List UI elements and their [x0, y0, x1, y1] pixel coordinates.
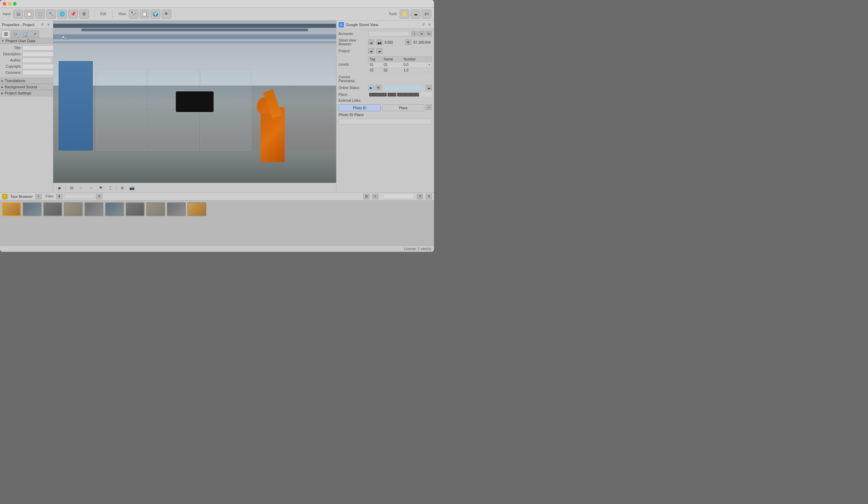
levels-row2-action[interactable]: [427, 68, 432, 73]
gsv-close-icon[interactable]: ✕: [427, 22, 432, 27]
tour-refresh-icon[interactable]: ↺: [417, 194, 423, 199]
toolbar-divider-2: [112, 10, 113, 18]
tour-list-toggle[interactable]: ≡: [372, 194, 379, 199]
maximize-button[interactable]: [13, 2, 17, 6]
toolbar-btn-eye[interactable]: 👁: [162, 10, 171, 19]
levels-row: Levels: Tag Name Number: [339, 56, 432, 73]
left-panel: Properties - Project ↺ ✕ 🖼 ⬡ 🔢 ↗ ▼ Proje…: [0, 21, 53, 192]
svb-number: 87,168,844: [413, 41, 432, 44]
viewer-play-btn[interactable]: ▶: [56, 184, 63, 191]
thumbnail-8[interactable]: [146, 202, 165, 216]
field-label-comment: Comment:: [1, 71, 21, 74]
toolbar-btn-star[interactable]: ⭐: [400, 10, 409, 19]
table-row[interactable]: 02 02 1.0: [369, 68, 432, 73]
section-background-sound[interactable]: ▶ Background Sound: [0, 84, 53, 90]
section-project-settings[interactable]: ▶ Project Settings: [0, 90, 53, 96]
photo-id-place-input[interactable]: [339, 119, 432, 124]
panorama-view[interactable]: ↖: [53, 21, 336, 183]
toolbar-btn-7[interactable]: ⚙: [79, 10, 89, 19]
tour-settings-icon[interactable]: ✕: [426, 194, 432, 199]
glass-cell-4: [96, 110, 147, 151]
tab-panorama[interactable]: 🖼: [1, 30, 10, 38]
thumbnail-7[interactable]: [126, 202, 145, 216]
toolbar-btn-1[interactable]: 🗂: [13, 10, 23, 19]
photo-id-button[interactable]: Photo ID: [339, 104, 381, 111]
toolbar-btn-tools[interactable]: 🏷: [422, 10, 431, 19]
section-toggle-background-sound: ▶: [1, 85, 3, 89]
toolbar-btn-3[interactable]: ⬚: [35, 10, 45, 19]
project-icon-1[interactable]: ☁: [368, 48, 374, 53]
viewer-globe-btn[interactable]: ⊕: [118, 184, 126, 191]
toolbar-btn-globe-view[interactable]: 🌍: [151, 10, 161, 19]
properties-tabs: 🖼 ⬡ 🔢 ↗: [0, 29, 53, 38]
filter-input[interactable]: [64, 194, 95, 199]
thumbnail-1[interactable]: [2, 202, 21, 216]
tour-view-toggle[interactable]: ⊞: [363, 194, 370, 199]
viewer-arrow-right-btn[interactable]: →: [87, 184, 95, 191]
viewer-flag-btn[interactable]: ⚑: [97, 184, 104, 191]
field-input-author[interactable]: [22, 58, 52, 63]
viewer-camera-btn[interactable]: 📷: [128, 184, 136, 191]
thumbnail-2[interactable]: [23, 202, 42, 216]
thumbnail-4[interactable]: [64, 202, 83, 216]
viewer-arrow-left-btn[interactable]: ←: [78, 184, 85, 191]
accounts-input[interactable]: [368, 31, 409, 37]
project-icon-2[interactable]: ☁: [376, 48, 382, 53]
section-project-user-data[interactable]: ▼ Project User Data: [0, 38, 53, 44]
online-status-cloud[interactable]: ☁: [426, 85, 432, 90]
filter-clear-btn[interactable]: ✕: [96, 194, 102, 199]
tour-add-btn[interactable]: +: [35, 194, 42, 199]
minimize-button[interactable]: [8, 2, 11, 6]
svb-eye-icon[interactable]: 👁: [405, 40, 411, 45]
panel-refresh-icon[interactable]: ↺: [40, 22, 45, 27]
place-row: Place: ████████ ████ ██████████: [339, 92, 432, 97]
toolbar-btn-6[interactable]: 📌: [68, 10, 78, 19]
accounts-icon-2[interactable]: ✕: [418, 31, 425, 37]
table-row[interactable]: 01 01 0.0 +: [369, 62, 432, 68]
panel-close-icon[interactable]: ✕: [46, 22, 51, 27]
thumbnail-3[interactable]: [43, 202, 62, 216]
levels-row1-action[interactable]: +: [427, 62, 432, 68]
thumbnail-10-image: [188, 203, 206, 215]
gsv-content: Accounts: + ✕ ↻ Street View Browser: ☁ 📷…: [337, 29, 434, 192]
thumbnail-5[interactable]: [84, 202, 103, 216]
filter-icon[interactable]: ▼: [56, 194, 62, 199]
toolbar-btn-cloud[interactable]: ☁: [411, 10, 420, 19]
tour-filter-row: Filter: ▼ ✕: [46, 194, 102, 199]
svb-camera-icon[interactable]: 📷: [376, 40, 382, 45]
levels-row2-number: 1.0: [402, 68, 427, 73]
toolbar-btn-clipboard[interactable]: 📋: [140, 10, 149, 19]
view-section: View: 🔭 📋 🌍 👁: [118, 10, 171, 19]
external-links-add[interactable]: +: [426, 104, 432, 110]
gsv-refresh-icon[interactable]: ↺: [421, 22, 426, 27]
form-row-description: Description: ✎: [1, 51, 52, 57]
svb-cloud-icon[interactable]: ☁: [368, 40, 374, 45]
tab-number[interactable]: 🔢: [21, 30, 30, 38]
toolbar-btn-2[interactable]: 📋: [24, 10, 34, 19]
thumbnail-10[interactable]: [187, 202, 206, 216]
tab-node[interactable]: ⬡: [11, 30, 20, 38]
toolbar-btn-binoculars[interactable]: 🔭: [129, 10, 138, 19]
thumbnail-6[interactable]: [105, 202, 124, 216]
glass-cell-6: [200, 110, 251, 151]
center-viewer: ↖ ▶ ⊞ ← → ⚑ ⌶ ⊕ 📷: [53, 21, 336, 192]
panel-header-icons: ↺ ✕: [40, 22, 51, 27]
levels-col-name: Name: [382, 57, 402, 62]
thumbnail-9-image: [167, 203, 185, 215]
form-row-author: Author:: [1, 58, 52, 63]
toolbar-btn-5[interactable]: 🌐: [57, 10, 67, 19]
viewer-grid-btn[interactable]: ⊞: [68, 184, 75, 191]
tab-arrow[interactable]: ↗: [30, 30, 39, 38]
online-status-icon-1[interactable]: ▶: [368, 85, 374, 90]
toolbar-btn-4[interactable]: 🔧: [46, 10, 56, 19]
section-translations[interactable]: ▶ Translations: [0, 78, 53, 84]
thumbnail-9[interactable]: [167, 202, 186, 216]
beam-top-2: [81, 29, 308, 31]
place-button[interactable]: Place: [382, 104, 424, 111]
accounts-icon-1[interactable]: +: [411, 31, 417, 37]
main-content: Properties - Project ↺ ✕ 🖼 ⬡ 🔢 ↗ ▼ Proje…: [0, 21, 434, 192]
viewer-pipe-btn[interactable]: ⌶: [106, 184, 114, 191]
online-status-icon-2[interactable]: 👁: [375, 85, 381, 90]
accounts-icon-3[interactable]: ↻: [426, 31, 432, 37]
close-button[interactable]: [3, 2, 6, 6]
